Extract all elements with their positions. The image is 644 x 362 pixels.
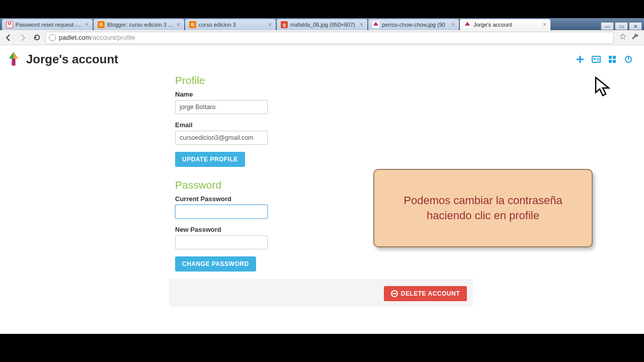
tab-label: Blogger: curso edicion 3 - V: [107, 22, 174, 28]
padlet-logo-icon[interactable]: [4, 50, 23, 68]
browser-tab[interactable]: BBlogger: curso edicion 3 - V×: [94, 19, 184, 30]
url-host: padlet.com: [59, 34, 91, 41]
update-profile-button[interactable]: UPDATE PROFILE: [175, 152, 245, 167]
email-input[interactable]: [175, 131, 268, 145]
delete-account-label: DELETE ACCOUNT: [401, 290, 460, 297]
svg-rect-6: [609, 60, 612, 63]
browser-tab[interactable]: gmafalda_06.jpg (850×607)×: [277, 19, 367, 30]
letterbox-top: [0, 0, 644, 18]
close-window-button[interactable]: ✕: [629, 22, 642, 30]
header-actions: [576, 55, 640, 64]
svg-rect-7: [613, 60, 616, 63]
browser-chrome: Password reset request - cu×BBlogger: cu…: [0, 18, 644, 334]
profile-heading: Profile: [175, 74, 467, 86]
tab-close-icon[interactable]: ×: [451, 21, 455, 28]
browser-tab[interactable]: Bcurso edicion 3×: [185, 19, 276, 30]
reload-button[interactable]: [31, 32, 42, 43]
new-password-input[interactable]: [175, 235, 268, 249]
current-password-input[interactable]: [175, 205, 268, 219]
tab-close-icon[interactable]: ×: [360, 21, 363, 28]
no-entry-icon: [391, 290, 398, 297]
tab-bar: Password reset request - cu×BBlogger: cu…: [0, 18, 644, 30]
svg-rect-3: [597, 60, 599, 61]
tab-label: curso edicion 3: [199, 22, 236, 28]
tab-label: perros-chow-chow.jpg (90: [382, 22, 445, 28]
wrench-icon[interactable]: [631, 33, 639, 43]
tutorial-callout: Podemos cambiar la contraseña haciendo c…: [373, 169, 593, 247]
maximize-button[interactable]: ▭: [615, 22, 628, 30]
letterbox-bottom: [0, 334, 644, 362]
back-button[interactable]: [3, 32, 14, 43]
svg-rect-5: [613, 56, 616, 59]
svg-rect-0: [592, 56, 600, 62]
forward-button: [17, 32, 28, 43]
tab-close-icon[interactable]: ×: [543, 21, 546, 28]
name-label: Name: [175, 90, 467, 98]
bookmark-star-icon[interactable]: [619, 33, 627, 43]
address-bar: padlet.com/account/profile: [0, 30, 644, 45]
blogger-favicon-icon: B: [98, 21, 105, 28]
tab-label: mafalda_06.jpg (850×607): [290, 22, 355, 28]
url-path: /account/profile: [91, 34, 135, 41]
gmail-favicon-icon: [6, 21, 13, 28]
change-password-button[interactable]: CHANGE PASSWORD: [175, 256, 256, 272]
delete-account-button[interactable]: DELETE ACCOUNT: [384, 286, 467, 301]
svg-point-1: [594, 58, 596, 60]
minimize-button[interactable]: —: [601, 22, 614, 30]
tab-close-icon[interactable]: ×: [268, 21, 272, 28]
svg-rect-2: [597, 58, 599, 59]
tab-close-icon[interactable]: ×: [177, 21, 180, 28]
blogger-favicon-icon: B: [189, 21, 196, 28]
cursor-icon: [595, 76, 613, 98]
page-title: Jorge's account: [26, 52, 118, 66]
card-footer: DELETE ACCOUNT: [169, 280, 473, 307]
browser-tab[interactable]: Jorge's account×: [460, 19, 550, 30]
tab-close-icon[interactable]: ×: [85, 21, 89, 28]
padlet-favicon-icon: [372, 21, 379, 28]
svg-rect-4: [609, 56, 612, 59]
id-card-icon[interactable]: [592, 55, 601, 64]
plus-icon[interactable]: [576, 55, 585, 64]
page-body: Jorge's account Profile Name Email: [0, 45, 644, 334]
google-favicon-icon: g: [281, 21, 288, 28]
browser-tab[interactable]: Password reset request - cu×: [2, 19, 93, 30]
window-controls: — ▭ ✕: [600, 22, 642, 30]
callout-text: Podemos cambiar la contraseña haciendo c…: [384, 193, 582, 223]
grid-icon[interactable]: [608, 55, 617, 64]
browser-tab[interactable]: perros-chow-chow.jpg (90×: [368, 19, 459, 30]
tab-label: Password reset request - cu: [16, 22, 83, 28]
url-input[interactable]: padlet.com/account/profile: [45, 32, 614, 44]
name-input[interactable]: [175, 100, 268, 114]
globe-icon: [49, 34, 56, 41]
app-header: Jorge's account: [0, 45, 644, 70]
padlet-favicon-icon: [464, 21, 471, 28]
email-label: Email: [175, 121, 467, 129]
power-icon[interactable]: [624, 55, 633, 64]
tab-label: Jorge's account: [473, 22, 512, 28]
